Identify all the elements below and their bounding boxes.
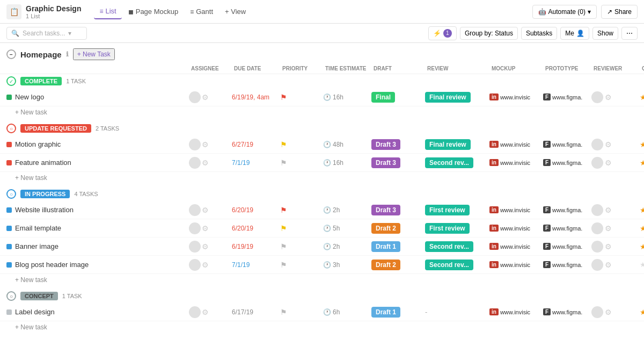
gear-icon[interactable]: ⚙ [202, 261, 210, 269]
reviewer-cell: ⚙ [591, 222, 640, 234]
subtasks-button[interactable]: Subtasks [521, 27, 557, 40]
gear-icon[interactable]: ⚙ [202, 308, 210, 316]
task-name-cell: Motion graphic [6, 140, 189, 148]
priority-flag: ⚑ [280, 206, 287, 214]
add-task-row[interactable]: + New task [0, 274, 644, 287]
task-row: Website illustration ⚙ 6/20/19 ⚑ 🕐 2h Dr… [0, 201, 644, 219]
draft-pill: Draft 2 [371, 260, 400, 270]
gear-icon[interactable]: ⚙ [605, 224, 613, 233]
task-name: New logo [15, 93, 44, 101]
gear-icon[interactable]: ⚙ [202, 140, 210, 149]
time-icon: 🕐 [323, 243, 331, 250]
group-by-button[interactable]: Group by: Status [460, 27, 518, 40]
tab-page-mockup[interactable]: ◼ Page Mockup [123, 4, 184, 19]
filter-button[interactable]: ⚡ 1 [428, 26, 457, 40]
mockup-badge: in [489, 93, 499, 100]
review-pill: Second rev... [425, 260, 473, 270]
search-icon: 🔍 [11, 30, 19, 37]
tab-view[interactable]: + View [219, 4, 251, 19]
gear-icon[interactable]: ⚙ [605, 159, 613, 167]
review-cell: Second rev... [425, 242, 489, 250]
gear-icon[interactable]: ⚙ [202, 224, 210, 233]
due-date-cell: 6/19/19, 4am [232, 93, 280, 101]
mockup-url: www.invisic [500, 94, 530, 100]
time-cell: 🕐 5h [323, 225, 371, 232]
priority-cell: ⚑ [280, 242, 323, 251]
prototype-cell: Fwww.figma. [543, 159, 591, 166]
prototype-cell: Fwww.figma. [543, 225, 591, 232]
collapse-button[interactable]: − [6, 49, 16, 59]
gear-icon[interactable]: ⚙ [605, 308, 613, 316]
col-task-name [6, 64, 189, 73]
tab-list-item[interactable]: ≡ List [94, 4, 121, 19]
gear-icon[interactable]: ⚙ [605, 206, 613, 214]
review-pill: First review [425, 205, 470, 215]
reviewer-cell: ⚙ [591, 259, 640, 271]
quality-cell: ★★★★★ [640, 206, 644, 214]
figma-badge: F [543, 243, 551, 250]
top-bar: 📋 Graphic Design 1 List ≡ List ◼ Page Mo… [0, 0, 644, 24]
col-assignee: ASSIGNEE [189, 64, 232, 73]
mockup-cell: inwww.invisic [489, 141, 543, 148]
priority-cell: ⚑ [280, 140, 323, 149]
group-complete-collapse[interactable]: ✓ [6, 76, 16, 86]
section-header: − Homepage ℹ + New Task [0, 43, 644, 63]
draft-pill: Draft 2 [371, 223, 400, 234]
add-task-row[interactable]: + New task [0, 172, 644, 185]
review-cell: Second rev... [425, 261, 489, 269]
gear-icon[interactable]: ⚙ [605, 93, 613, 102]
tab-gantt[interactable]: ≡ Gantt [185, 4, 218, 19]
info-icon: ℹ [66, 51, 69, 58]
due-date-cell: 6/27/19 [232, 141, 280, 148]
search-box[interactable]: 🔍 Search tasks... ▾ [6, 27, 87, 40]
avatar [591, 91, 603, 103]
group-inprogress-collapse[interactable]: ○ [6, 189, 16, 199]
group-update-collapse[interactable]: ○ [6, 124, 16, 133]
draft-cell: Draft 3 [371, 159, 425, 167]
share-button[interactable]: ↗ Share [601, 5, 638, 19]
gear-icon[interactable]: ⚙ [605, 261, 613, 269]
due-date-cell: 7/1/19 [232, 261, 280, 269]
priority-flag: ⚑ [280, 140, 287, 149]
app-icon: 📋 [6, 4, 21, 19]
automate-button[interactable]: 🤖 Automate (0) ▾ [532, 5, 597, 19]
gear-icon[interactable]: ⚙ [202, 242, 210, 251]
mockup-url: www.invisic [500, 225, 530, 232]
mockup-badge: in [489, 206, 499, 213]
new-task-button[interactable]: + New Task [73, 48, 115, 60]
task-dot [6, 226, 12, 231]
gear-icon[interactable]: ⚙ [605, 140, 613, 149]
show-button[interactable]: Show [592, 27, 618, 40]
prototype-cell: Fwww.figma. [543, 206, 591, 213]
review-pill: Final review [425, 92, 471, 103]
more-options-button[interactable]: ⋯ [621, 27, 638, 40]
chevron-down-icon: ▾ [68, 30, 71, 37]
draft-pill: Draft 1 [371, 241, 400, 252]
project-name: Graphic Design [26, 4, 81, 13]
project-sub: 1 List [26, 13, 81, 19]
add-task-row[interactable]: + New task [0, 321, 644, 334]
gear-icon[interactable]: ⚙ [202, 159, 210, 167]
prototype-url: www.figma. [552, 243, 582, 250]
tab-view-label: + View [225, 8, 246, 16]
add-task-row[interactable]: + New task [0, 106, 644, 119]
gear-icon[interactable]: ⚙ [202, 206, 210, 214]
mockup-cell: inwww.invisic [489, 261, 543, 268]
group-concept-collapse[interactable]: ○ [6, 291, 16, 301]
review-pill: First review [425, 223, 470, 234]
priority-flag: ⚑ [280, 93, 287, 102]
review-cell: First review [425, 206, 489, 214]
me-button[interactable]: Me 👤 [560, 27, 589, 40]
toolbar: 🔍 Search tasks... ▾ ⚡ 1 Group by: Status… [0, 24, 644, 43]
prototype-url: www.figma. [552, 207, 582, 213]
task-name-cell: Blog post header image [6, 261, 189, 269]
time-icon: 🕐 [323, 261, 331, 269]
review-pill: Second rev... [425, 157, 473, 168]
draft-cell: Draft 3 [371, 140, 425, 148]
figma-badge: F [543, 261, 551, 268]
quality-cell: ★★★★★ [640, 93, 644, 102]
task-row: Label design ⚙ 6/17/19 ⚑ 🕐 6h Draft 1 - … [0, 303, 644, 321]
stars: ★★★★★ [640, 93, 644, 102]
gear-icon[interactable]: ⚙ [202, 93, 210, 102]
gear-icon[interactable]: ⚙ [605, 242, 613, 251]
